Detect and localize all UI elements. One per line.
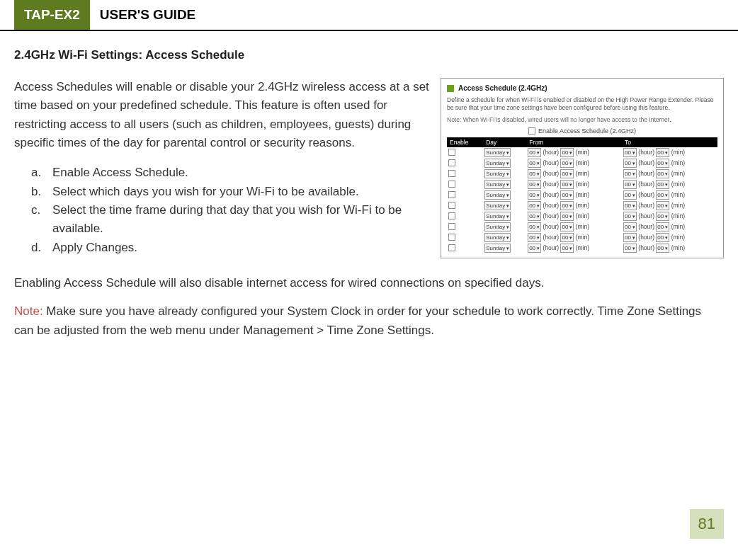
chevron-down-icon: ▾ — [665, 203, 668, 209]
dropdown[interactable]: 00▾ — [528, 233, 541, 242]
chevron-down-icon: ▾ — [506, 150, 509, 156]
row-enable-checkbox[interactable] — [448, 159, 455, 166]
chevron-down-icon: ▾ — [632, 246, 635, 251]
dropdown[interactable]: 00▾ — [560, 169, 574, 178]
chevron-down-icon: ▾ — [632, 214, 635, 219]
table-row: Sunday▾00▾ (hour) 00▾ (min)00▾ (hour) 00… — [447, 243, 717, 253]
dropdown[interactable]: Sunday▾ — [484, 233, 511, 242]
chevron-down-icon: ▾ — [506, 246, 509, 251]
dropdown[interactable]: 00▾ — [528, 148, 541, 157]
col-enable: Enable — [447, 137, 483, 147]
dropdown[interactable]: 00▾ — [560, 159, 574, 168]
chevron-down-icon: ▾ — [632, 161, 635, 166]
dropdown[interactable]: 00▾ — [623, 222, 637, 232]
dropdown[interactable]: Sunday▾ — [484, 169, 511, 178]
col-from: From — [526, 137, 622, 147]
row-enable-checkbox[interactable] — [448, 212, 455, 219]
dropdown[interactable]: 00▾ — [623, 233, 637, 242]
list-marker: b. — [31, 183, 52, 201]
dropdown[interactable]: 00▾ — [560, 212, 574, 221]
chevron-down-icon: ▾ — [569, 182, 572, 188]
row-enable-checkbox[interactable] — [448, 202, 455, 209]
dropdown[interactable]: 00▾ — [623, 190, 637, 200]
dropdown[interactable]: Sunday▾ — [484, 212, 511, 221]
dropdown[interactable]: Sunday▾ — [484, 159, 511, 168]
dropdown[interactable]: Sunday▾ — [484, 190, 511, 200]
dropdown[interactable]: 00▾ — [656, 233, 669, 242]
dropdown[interactable]: 00▾ — [560, 148, 574, 157]
table-row: Sunday▾00▾ (hour) 00▾ (min)00▾ (hour) 00… — [447, 190, 717, 200]
dropdown[interactable]: 00▾ — [560, 244, 574, 253]
enable-schedule-label: Enable Access Schedule (2.4GHz) — [538, 127, 636, 135]
dropdown[interactable]: 00▾ — [656, 180, 669, 189]
dropdown[interactable]: 00▾ — [656, 244, 669, 253]
panel-title: Access Schedule (2.4GHz) — [458, 84, 547, 92]
list-item: b.Select which days you wish for your Wi… — [31, 183, 429, 201]
chevron-down-icon: ▾ — [506, 161, 509, 166]
dropdown[interactable]: Sunday▾ — [484, 180, 511, 189]
chevron-down-icon: ▾ — [665, 150, 668, 156]
steps-list: a.Enable Access Schedule.b.Select which … — [31, 164, 429, 257]
dropdown[interactable]: 00▾ — [528, 201, 541, 210]
table-row: Sunday▾00▾ (hour) 00▾ (min)00▾ (hour) 00… — [447, 232, 717, 243]
dropdown[interactable]: 00▾ — [623, 159, 637, 168]
dropdown[interactable]: 00▾ — [528, 212, 541, 221]
list-text: Select the time frame during that day th… — [52, 201, 429, 239]
row-enable-checkbox[interactable] — [448, 191, 455, 198]
post-paragraph: Enabling Access Schedule will also disab… — [14, 274, 724, 292]
dropdown[interactable]: 00▾ — [623, 201, 637, 210]
chevron-down-icon: ▾ — [665, 171, 668, 177]
header-bar: TAP-EX2 USER'S GUIDE — [0, 0, 738, 31]
list-text: Select which days you wish for your Wi-F… — [52, 183, 359, 201]
dropdown[interactable]: 00▾ — [560, 233, 574, 242]
row-enable-checkbox[interactable] — [448, 170, 455, 177]
row-enable-checkbox[interactable] — [448, 149, 455, 156]
page-content: 2.4GHz Wi-Fi Settings: Access Schedule A… — [0, 48, 738, 340]
chevron-down-icon: ▾ — [665, 246, 668, 251]
dropdown[interactable]: Sunday▾ — [484, 201, 511, 210]
dropdown[interactable]: 00▾ — [623, 212, 637, 221]
chevron-down-icon: ▾ — [569, 246, 572, 251]
enable-schedule-checkbox[interactable] — [528, 127, 535, 135]
dropdown[interactable]: 00▾ — [623, 180, 637, 189]
row-enable-checkbox[interactable] — [448, 234, 455, 241]
dropdown[interactable]: Sunday▾ — [484, 244, 511, 253]
list-text: Apply Changes. — [52, 239, 137, 257]
dropdown[interactable]: 00▾ — [623, 244, 637, 253]
dropdown[interactable]: 00▾ — [560, 222, 574, 232]
dropdown[interactable]: 00▾ — [528, 190, 541, 200]
dropdown[interactable]: 00▾ — [528, 159, 541, 168]
dropdown[interactable]: 00▾ — [560, 190, 574, 200]
section-heading: 2.4GHz Wi-Fi Settings: Access Schedule — [14, 48, 724, 62]
dropdown[interactable]: 00▾ — [656, 169, 669, 178]
dropdown[interactable]: 00▾ — [560, 180, 574, 189]
table-row: Sunday▾00▾ (hour) 00▾ (min)00▾ (hour) 00… — [447, 222, 717, 232]
panel-note: Note: When Wi-Fi is disabled, wired user… — [447, 116, 717, 123]
dropdown[interactable]: 00▾ — [656, 222, 669, 232]
page-number: 81 — [690, 509, 724, 539]
chevron-down-icon: ▾ — [632, 203, 635, 209]
dropdown[interactable]: 00▾ — [656, 201, 669, 210]
chevron-down-icon: ▾ — [569, 235, 572, 241]
table-row: Sunday▾00▾ (hour) 00▾ (min)00▾ (hour) 00… — [447, 179, 717, 190]
dropdown[interactable]: 00▾ — [656, 212, 669, 221]
list-marker: d. — [31, 239, 52, 257]
dropdown[interactable]: 00▾ — [528, 222, 541, 232]
dropdown[interactable]: Sunday▾ — [484, 148, 511, 157]
dropdown[interactable]: 00▾ — [656, 190, 669, 200]
dropdown[interactable]: 00▾ — [528, 180, 541, 189]
chevron-down-icon: ▾ — [569, 150, 572, 156]
dropdown[interactable]: 00▾ — [623, 148, 637, 157]
schedule-table: Enable Day From To Sunday▾00▾ (hour) 00▾… — [447, 137, 717, 253]
row-enable-checkbox[interactable] — [448, 223, 455, 230]
row-enable-checkbox[interactable] — [448, 244, 455, 251]
dropdown[interactable]: 00▾ — [528, 244, 541, 253]
dropdown[interactable]: 00▾ — [560, 201, 574, 210]
dropdown[interactable]: 00▾ — [528, 169, 541, 178]
dropdown[interactable]: 00▾ — [623, 169, 637, 178]
chevron-down-icon: ▾ — [569, 214, 572, 219]
row-enable-checkbox[interactable] — [448, 181, 455, 188]
dropdown[interactable]: 00▾ — [656, 159, 669, 168]
dropdown[interactable]: Sunday▾ — [484, 222, 511, 232]
dropdown[interactable]: 00▾ — [656, 148, 669, 157]
